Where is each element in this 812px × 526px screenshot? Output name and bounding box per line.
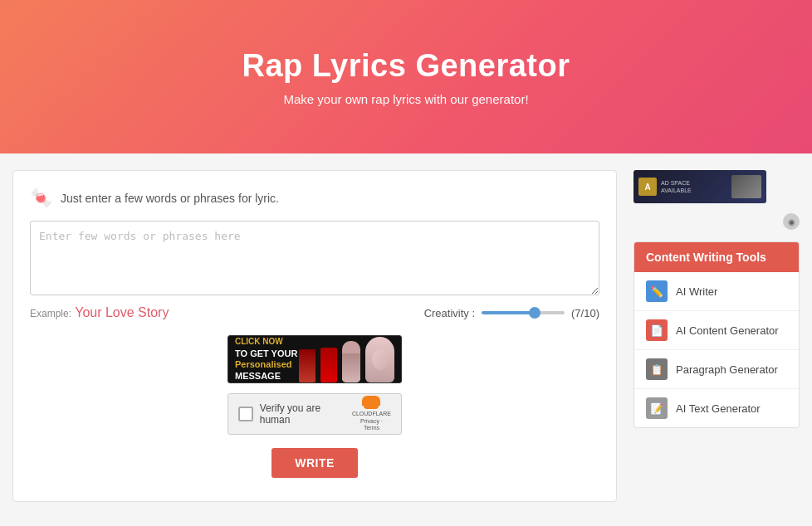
tools-panel: Content Writing Tools ✏️AI Writer📄AI Con… (633, 241, 800, 428)
sidebar-ad-text: AD SPACEAVAILABLE (661, 179, 727, 194)
sidebar-ad: A AD SPACEAVAILABLE (633, 170, 766, 203)
sidebar-ad-icon: A (638, 178, 657, 196)
captcha-widget[interactable]: Verify you are human CLOUDFLAREPrivacy ·… (227, 393, 402, 435)
tool-item-1[interactable]: 📄AI Content Generator (634, 311, 799, 350)
captcha-label: Verify you are human (260, 402, 352, 426)
captcha-left: Verify you are human (238, 402, 352, 426)
collapse-button[interactable]: ◉ (783, 213, 800, 230)
captcha-checkbox[interactable] (238, 407, 253, 421)
page-subtitle: Make your own rap lyrics with our genera… (283, 92, 528, 106)
below-textarea: Example: Your Love Story Creativity : (7… (30, 305, 599, 320)
cloudflare-logo: CLOUDFLAREPrivacy · Terms (352, 396, 391, 431)
lyric-input[interactable] (30, 221, 599, 295)
tool-item-2[interactable]: 📋Paragraph Generator (634, 350, 799, 389)
tool-icon-1: 📄 (646, 319, 668, 341)
creativity-slider[interactable] (482, 311, 565, 314)
tools-list: ✏️AI Writer📄AI Content Generator📋Paragra… (634, 272, 799, 427)
content-area: 🍬 Just enter a few words or phrases for … (12, 170, 617, 502)
page-title: Rap Lyrics Generator (242, 48, 570, 84)
tool-label-3: AI Text Generator (676, 402, 761, 415)
creativity-value: (7/10) (571, 307, 599, 319)
creativity-control: Creativity : (7/10) (424, 307, 599, 319)
example-value[interactable]: Your Love Story (75, 305, 169, 319)
tool-item-0[interactable]: ✏️AI Writer (634, 272, 799, 311)
tool-item-3[interactable]: 📝AI Text Generator (634, 389, 799, 427)
tool-icon-0: ✏️ (646, 280, 668, 302)
tool-icon-3: 📝 (646, 397, 668, 419)
sidebar: A AD SPACEAVAILABLE ◉ Content Writing To… (633, 170, 800, 502)
sidebar-ad-image (731, 175, 761, 198)
tools-header: Content Writing Tools (634, 242, 799, 272)
tool-label-1: AI Content Generator (676, 324, 779, 337)
tool-label-0: AI Writer (676, 285, 717, 298)
example-line: Example: Your Love Story (30, 305, 169, 320)
tresemme-ad: CLICK NOW TO GET YOURPersonalisedMESSAGE (227, 335, 402, 383)
page-header: Rap Lyrics Generator Make your own rap l… (0, 0, 812, 153)
intro-line: 🍬 Just enter a few words or phrases for … (30, 188, 599, 209)
candy-icon: 🍬 (30, 188, 52, 209)
tool-icon-2: 📋 (646, 358, 668, 380)
example-label: Example: (30, 308, 71, 319)
write-button[interactable]: WRITE (271, 448, 358, 478)
collapse-area: ◉ (633, 213, 800, 236)
creativity-label: Creativity : (424, 307, 475, 319)
tool-label-2: Paragraph Generator (676, 363, 778, 376)
intro-text: Just enter a few words or phrases for ly… (61, 192, 279, 205)
main-layout: 🍬 Just enter a few words or phrases for … (0, 153, 812, 519)
